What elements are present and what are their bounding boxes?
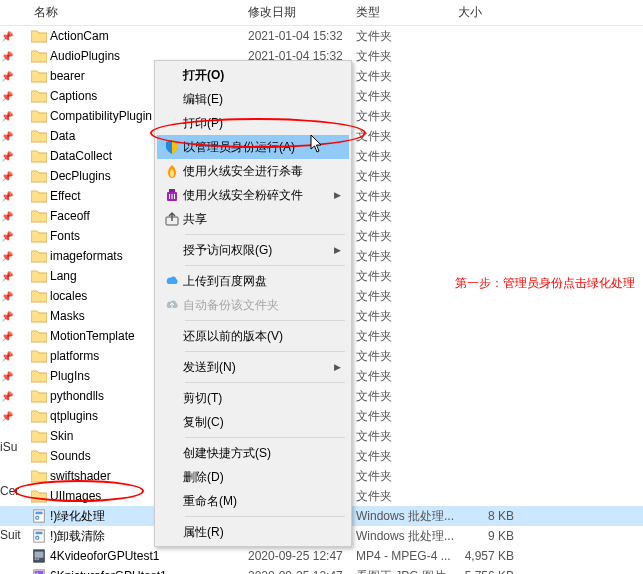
file-size: 8 KB xyxy=(458,509,518,523)
file-type: 文件夹 xyxy=(356,28,458,45)
menu-item[interactable]: 发送到(N)▶ xyxy=(157,355,349,379)
pin-icon: 📌 xyxy=(0,71,14,82)
mouse-cursor xyxy=(310,135,324,156)
bat-icon xyxy=(30,508,48,524)
menu-item[interactable]: 打印(P) xyxy=(157,111,349,135)
file-type: MP4 - MPEG-4 ... xyxy=(356,549,458,563)
file-type: 文件夹 xyxy=(356,308,458,325)
pin-icon: 📌 xyxy=(0,31,14,42)
menu-label: 使用火绒安全进行杀毒 xyxy=(183,163,341,180)
bat-icon xyxy=(30,528,48,544)
folder-icon xyxy=(30,168,48,184)
svg-point-7 xyxy=(36,537,38,539)
pin-icon: 📌 xyxy=(0,91,14,102)
file-type: 文件夹 xyxy=(356,448,458,465)
col-name-header[interactable]: 名称 xyxy=(30,4,248,21)
menu-item[interactable]: 打开(O) xyxy=(157,63,349,87)
col-date-header[interactable]: 修改日期 xyxy=(248,4,356,21)
file-date: 2020-09-25 12:47 xyxy=(248,549,356,563)
file-row[interactable]: 4KvideoforGPUtest12020-09-25 12:47MP4 - … xyxy=(0,546,643,566)
menu-item[interactable]: 属性(R) xyxy=(157,520,349,544)
folder-icon xyxy=(30,108,48,124)
context-menu: 打开(O)编辑(E)打印(P)以管理员身份运行(A)使用火绒安全进行杀毒使用火绒… xyxy=(154,60,352,547)
col-size-header[interactable]: 大小 xyxy=(458,4,643,21)
folder-icon xyxy=(30,288,48,304)
menu-separator xyxy=(185,265,345,266)
folder-icon xyxy=(30,408,48,424)
folder-icon xyxy=(30,68,48,84)
menu-item[interactable]: 使用火绒安全粉碎文件▶ xyxy=(157,183,349,207)
folder-icon xyxy=(30,228,48,244)
folder-icon xyxy=(30,308,48,324)
menu-label: 编辑(E) xyxy=(183,91,341,108)
pin-icon: 📌 xyxy=(0,171,14,182)
menu-label: 打开(O) xyxy=(183,67,341,84)
menu-label: 上传到百度网盘 xyxy=(183,273,341,290)
menu-label: 自动备份该文件夹 xyxy=(183,297,341,314)
file-type: 文件夹 xyxy=(356,368,458,385)
file-type: 文件夹 xyxy=(356,128,458,145)
pin-icon: 📌 xyxy=(0,51,14,62)
pin-icon: 📌 xyxy=(0,211,14,222)
menu-separator xyxy=(185,320,345,321)
folder-icon xyxy=(30,328,48,344)
svg-rect-11 xyxy=(37,559,39,560)
menu-item[interactable]: 剪切(T) xyxy=(157,386,349,410)
menu-item[interactable]: 编辑(E) xyxy=(157,87,349,111)
menu-item[interactable]: 授予访问权限(G)▶ xyxy=(157,238,349,262)
menu-item[interactable]: 上传到百度网盘 xyxy=(157,269,349,293)
folder-icon xyxy=(30,88,48,104)
pin-icon: 📌 xyxy=(0,371,14,382)
submenu-arrow-icon: ▶ xyxy=(334,245,341,255)
file-row[interactable]: 📌ActionCam2021-01-04 15:32文件夹 xyxy=(0,26,643,46)
menu-label: 属性(R) xyxy=(183,524,341,541)
menu-item[interactable]: 创建快捷方式(S) xyxy=(157,441,349,465)
menu-label: 还原以前的版本(V) xyxy=(183,328,341,345)
pin-icon: 📌 xyxy=(0,131,14,142)
file-type: 文件夹 xyxy=(356,148,458,165)
menu-separator xyxy=(185,382,345,383)
svg-rect-9 xyxy=(35,552,44,558)
menu-item[interactable]: 使用火绒安全进行杀毒 xyxy=(157,159,349,183)
pin-icon: 📌 xyxy=(0,151,14,162)
menu-item[interactable]: 重命名(M) xyxy=(157,489,349,513)
menu-separator xyxy=(185,351,345,352)
file-row[interactable]: 6KpictureforGPUtest12020-09-25 12:47看图王 … xyxy=(0,566,643,574)
file-type: 看图王 JPG 图片... xyxy=(356,568,458,575)
folder-icon xyxy=(30,128,48,144)
pin-icon: 📌 xyxy=(0,271,14,282)
folder-icon xyxy=(30,208,48,224)
file-date: 2021-01-04 15:32 xyxy=(248,29,356,43)
file-type: 文件夹 xyxy=(356,348,458,365)
side-labels: iSu Cer Suit xyxy=(0,436,21,546)
file-type: 文件夹 xyxy=(356,428,458,445)
file-type: 文件夹 xyxy=(356,468,458,485)
folder-icon xyxy=(30,188,48,204)
file-type: 文件夹 xyxy=(356,168,458,185)
share-icon xyxy=(161,211,183,227)
menu-label: 使用火绒安全粉碎文件 xyxy=(183,187,334,204)
menu-separator xyxy=(185,437,345,438)
menu-label: 发送到(N) xyxy=(183,359,334,376)
pin-icon: 📌 xyxy=(0,231,14,242)
file-type: 文件夹 xyxy=(356,188,458,205)
menu-label: 授予访问权限(G) xyxy=(183,242,334,259)
file-size: 4,957 KB xyxy=(458,549,518,563)
menu-item[interactable]: 共享 xyxy=(157,207,349,231)
submenu-arrow-icon: ▶ xyxy=(334,362,341,372)
svg-rect-21 xyxy=(169,194,170,199)
col-type-header[interactable]: 类型 xyxy=(356,4,458,21)
menu-item[interactable]: 复制(C) xyxy=(157,410,349,434)
svg-rect-20 xyxy=(169,189,175,192)
svg-rect-23 xyxy=(174,194,175,199)
menu-label: 打印(P) xyxy=(183,115,341,132)
file-name: ActionCam xyxy=(48,29,248,43)
menu-item[interactable]: 删除(D) xyxy=(157,465,349,489)
file-type: 文件夹 xyxy=(356,228,458,245)
menu-label: 创建快捷方式(S) xyxy=(183,445,341,462)
folder-icon xyxy=(30,428,48,444)
menu-label: 重命名(M) xyxy=(183,493,341,510)
file-type: 文件夹 xyxy=(356,268,458,285)
menu-item[interactable]: 还原以前的版本(V) xyxy=(157,324,349,348)
huorong-icon xyxy=(161,163,183,179)
